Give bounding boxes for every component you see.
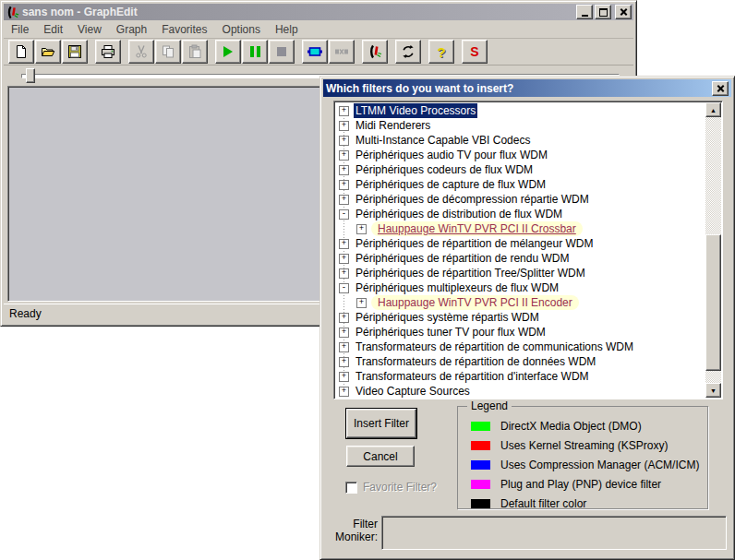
- disconnect-button[interactable]: [329, 40, 355, 64]
- tree-item[interactable]: + Périphériques de capture de flux WDM: [335, 177, 705, 192]
- tree-item[interactable]: + Périphériques tuner TV pour flux WDM: [335, 325, 705, 340]
- expand-toggle-icon[interactable]: +: [339, 328, 349, 338]
- tree-item[interactable]: + Périphériques de répartition de rendu …: [335, 251, 705, 266]
- cancel-button[interactable]: Cancel: [346, 446, 415, 467]
- expand-toggle-icon[interactable]: +: [356, 224, 367, 234]
- tree-item[interactable]: + Périphériques codeurs de flux WDM: [335, 162, 705, 177]
- open-button[interactable]: [35, 40, 61, 64]
- tree-item-label: Périphériques de répartition de rendu WD…: [354, 251, 571, 266]
- tree-item[interactable]: + LTMM Video Processors: [335, 103, 705, 118]
- insert-filter-toolbar-button[interactable]: [302, 40, 328, 64]
- trackbar-thumb[interactable]: [26, 68, 35, 83]
- tree-item[interactable]: + Transformateurs de répartition d'inter…: [335, 369, 705, 384]
- insert-filter-button[interactable]: Insert Filter: [346, 409, 416, 438]
- tree-item[interactable]: + Périphériques de décompression réparti…: [335, 192, 705, 207]
- tree-item[interactable]: + Périphériques de répartition Tree/Spli…: [335, 266, 705, 280]
- expand-toggle-icon[interactable]: -: [339, 283, 349, 293]
- expand-toggle-icon[interactable]: +: [339, 342, 349, 352]
- expand-toggle-icon[interactable]: +: [339, 372, 349, 382]
- tree-item[interactable]: + Transformateurs de répartition de comm…: [335, 340, 705, 354]
- legend-item: Default filter color: [471, 494, 707, 513]
- copy-button[interactable]: [155, 40, 181, 64]
- new-document-icon: [14, 44, 29, 59]
- expand-toggle-icon[interactable]: +: [339, 357, 349, 367]
- expand-toggle-icon[interactable]: +: [339, 136, 349, 146]
- disconnect-icon: [334, 44, 349, 59]
- favorite-filter-label: Favorite Filter?: [363, 481, 437, 494]
- expand-toggle-icon[interactable]: -: [339, 209, 349, 220]
- stop-button[interactable]: [269, 40, 295, 64]
- insert-filter-box-icon: [307, 44, 323, 59]
- tree-item[interactable]: - Périphériques multiplexeurs de flux WD…: [335, 280, 705, 295]
- tree-item[interactable]: - Périphériques de distribution de flux …: [335, 207, 705, 221]
- expand-toggle-icon[interactable]: +: [339, 106, 349, 116]
- filter-moniker-field[interactable]: [381, 516, 727, 550]
- expand-toggle-icon[interactable]: +: [339, 150, 349, 161]
- print-button[interactable]: [95, 40, 121, 64]
- favorite-filter-checkbox[interactable]: [345, 482, 357, 494]
- help-question-icon: ?: [437, 44, 445, 60]
- new-button[interactable]: [8, 40, 34, 64]
- legend-item-label: Uses Compression Manager (ACM/ICM): [500, 459, 699, 471]
- expand-toggle-icon[interactable]: +: [339, 180, 349, 190]
- tree-item-label: Transformateurs de répartition de commun…: [354, 340, 635, 354]
- expand-toggle-icon[interactable]: +: [356, 298, 367, 308]
- tree-item-label: Périphériques de répartition de mélangeu…: [354, 236, 595, 251]
- cut-button[interactable]: [128, 40, 154, 64]
- scrollbar-thumb[interactable]: [705, 234, 721, 371]
- tree-item[interactable]: + Périphériques audio TV pour flux WDM: [335, 148, 705, 162]
- tree-item[interactable]: + Hauppauge WinTV PVR PCI II Encoder: [335, 295, 705, 310]
- menu-item[interactable]: Graph: [109, 21, 154, 38]
- paste-button[interactable]: [182, 40, 208, 64]
- insert-filter-button-label: Insert Filter: [354, 417, 409, 430]
- menu-item[interactable]: Help: [268, 21, 306, 38]
- tree-scrollbar[interactable]: ▲ ▼: [705, 102, 721, 398]
- toolbar: ? S: [4, 39, 633, 66]
- maximize-button[interactable]: [595, 5, 611, 19]
- tree-item[interactable]: + Périphériques de répartition de mélang…: [335, 236, 705, 251]
- menu-item[interactable]: Options: [215, 21, 268, 38]
- play-button[interactable]: [215, 40, 241, 64]
- save-floppy-icon: [67, 44, 82, 59]
- tree-item[interactable]: + Périphériques système répartis WDM: [335, 310, 705, 325]
- menu-item[interactable]: Favorites: [154, 21, 214, 38]
- expand-toggle-icon[interactable]: +: [339, 387, 349, 397]
- scrollbar-track[interactable]: [705, 117, 721, 383]
- expand-toggle-icon[interactable]: +: [339, 165, 349, 175]
- graphedit-app-icon: [6, 6, 19, 19]
- expand-toggle-icon[interactable]: +: [339, 313, 349, 323]
- tree-item[interactable]: + Transformateurs de répartition de donn…: [335, 354, 705, 369]
- expand-toggle-icon[interactable]: +: [339, 254, 349, 264]
- color-chip-icon: [471, 422, 490, 431]
- minimize-button[interactable]: [576, 5, 593, 19]
- tree-item-label: LTMM Video Processors: [354, 103, 477, 118]
- graphedit-logo-button[interactable]: [362, 40, 388, 64]
- tree-item[interactable]: + Video Capture Sources: [335, 384, 705, 398]
- scroll-down-button[interactable]: ▼: [705, 383, 721, 398]
- legend-item-label: Plug and Play (PNP) device filter: [500, 478, 661, 491]
- expand-toggle-icon[interactable]: +: [339, 121, 349, 131]
- refresh-button[interactable]: [395, 40, 421, 64]
- tree-item[interactable]: + Multi-Instance Capable VBI Codecs: [335, 133, 705, 148]
- insert-filter-dialog: Which filters do you want to insert? + L…: [319, 76, 735, 560]
- save-button[interactable]: [62, 40, 88, 64]
- menu-bar: FileEditViewGraphFavoritesOptionsHelp: [4, 20, 633, 39]
- expand-toggle-icon[interactable]: +: [339, 268, 349, 279]
- tree-item[interactable]: + Hauppauge WinTV PVR PCI II Crossbar: [335, 221, 705, 236]
- desktop: sans nom - GraphEdit FileEditViewGraphFa…: [0, 0, 735, 560]
- title-bar: sans nom - GraphEdit: [4, 4, 633, 20]
- menu-item[interactable]: File: [4, 21, 36, 38]
- help-button[interactable]: ?: [428, 40, 454, 64]
- stats-button[interactable]: S: [462, 40, 488, 64]
- scroll-up-button[interactable]: ▲: [705, 102, 721, 117]
- tree-item[interactable]: + Midi Renderers: [335, 118, 705, 133]
- dialog-close-button[interactable]: [712, 81, 729, 96]
- menu-item[interactable]: View: [70, 21, 109, 38]
- play-icon: [223, 46, 233, 57]
- close-button[interactable]: [615, 5, 632, 19]
- expand-toggle-icon[interactable]: +: [339, 239, 349, 249]
- menu-item[interactable]: Edit: [36, 21, 70, 38]
- pause-button[interactable]: [242, 40, 268, 64]
- expand-toggle-icon[interactable]: +: [339, 195, 349, 205]
- print-icon: [101, 44, 115, 59]
